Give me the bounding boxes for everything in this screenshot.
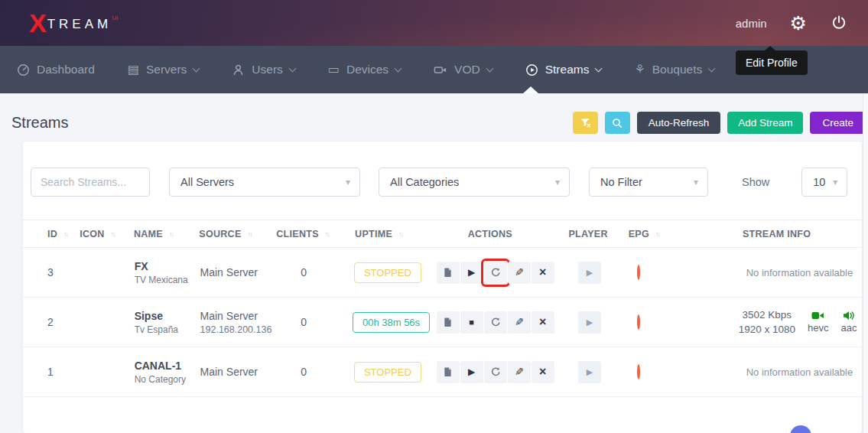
col-clients[interactable]: CLIENTS↑↓ (276, 229, 355, 239)
col-epg[interactable]: EPG↑↓ (629, 229, 678, 239)
add-stream-button[interactable]: Add Stream (727, 112, 803, 134)
nav-item-vod[interactable]: VOD (434, 63, 493, 77)
page-title: Streams (11, 114, 68, 132)
active-tab-pointer (523, 86, 538, 93)
logout-button[interactable] (830, 14, 848, 32)
sort-icon: ↑↓ (655, 230, 659, 238)
audio-codec-block: aac (840, 311, 857, 334)
chevron-down-icon (486, 64, 493, 72)
restart-button-highlighted[interactable] (484, 262, 507, 284)
caret-down-icon: ▾ (555, 177, 560, 187)
tooltip-text: Edit Profile (746, 57, 798, 69)
status-badge: STOPPED (354, 362, 421, 383)
edit-button[interactable]: ✎ (508, 311, 531, 334)
stop-button[interactable]: ■ (460, 311, 483, 334)
devices-icon: ▭ (328, 63, 340, 76)
copy-button[interactable] (437, 361, 460, 383)
chevron-down-icon (395, 64, 402, 72)
start-button[interactable]: ▶ (460, 262, 483, 284)
edit-button[interactable]: ✎ (508, 361, 531, 383)
close-icon: × (539, 315, 546, 329)
settings-button[interactable]: ⚙ (790, 12, 807, 34)
caret-down-icon: ▾ (833, 177, 837, 187)
clear-filter-button[interactable] (573, 112, 598, 134)
stop-icon: ■ (469, 317, 474, 327)
edit-icon: ✎ (515, 266, 524, 278)
copy-button[interactable] (437, 311, 460, 334)
player-play-button[interactable]: ▶ (578, 361, 601, 383)
epg-status-icon[interactable] (637, 265, 640, 280)
filter-select-value: No Filter (600, 176, 642, 188)
filter-select[interactable]: No Filter ▾ (589, 168, 708, 197)
page-size-value: 10 (813, 176, 825, 188)
nav-item-devices[interactable]: ▭ Devices (328, 63, 401, 77)
delete-button[interactable]: × (532, 311, 554, 334)
gear-icon: ⚙ (790, 12, 807, 34)
copy-icon (443, 267, 453, 278)
close-icon: × (539, 365, 546, 379)
tooltip-arrow (765, 46, 775, 50)
edit-button[interactable]: ✎ (508, 262, 531, 284)
create-button[interactable]: Create (810, 112, 866, 134)
streams-card: All Servers ▾ All Categories ▾ No Filter… (23, 142, 862, 433)
search-input[interactable] (31, 168, 150, 197)
source-server: Main Server (200, 366, 278, 378)
epg-cell (631, 366, 681, 378)
player-play-button[interactable]: ▶ (578, 262, 601, 284)
col-name[interactable]: NAME↑↓ (134, 229, 199, 239)
col-icon[interactable]: ICON↑↓ (80, 229, 134, 239)
copy-icon (443, 317, 453, 327)
uptime-badge: 00h 38m 56s (353, 312, 430, 333)
source-ip: 192.168.200.136 (200, 324, 278, 335)
stream-source-cell: Main Server (200, 366, 278, 378)
nav-item-dashboard[interactable]: Dashboard (17, 63, 95, 77)
stream-id: 2 (47, 316, 80, 328)
stream-uptime-cell: STOPPED (359, 262, 437, 283)
nav-item-streams[interactable]: Streams (525, 63, 602, 77)
stream-clients: 0 (278, 316, 359, 328)
search-button[interactable] (605, 112, 630, 134)
epg-status-icon[interactable] (637, 314, 640, 330)
auto-refresh-button[interactable]: Auto-Refresh (637, 112, 721, 134)
stream-id: 1 (47, 366, 80, 378)
caret-down-icon: ▾ (694, 177, 698, 187)
app-logo[interactable]: X TREAM UI (29, 11, 118, 34)
refresh-icon (490, 366, 501, 377)
col-uptime[interactable]: UPTIME↑↓ (355, 229, 432, 239)
stream-actions-cell: ▶ ✎ × (437, 262, 571, 284)
col-id[interactable]: ID↑↓ (47, 229, 80, 239)
delete-button[interactable]: × (532, 262, 554, 284)
video-codec-block: hevc (808, 311, 828, 334)
nav-item-users[interactable]: Users (232, 63, 294, 77)
epg-status-icon[interactable] (637, 364, 640, 379)
show-label: Show (742, 176, 769, 188)
page-size-select[interactable]: 10 ▾ (801, 168, 847, 197)
chevron-down-icon (595, 64, 603, 72)
delete-button[interactable]: × (532, 361, 554, 383)
player-cell: ▶ (571, 262, 631, 284)
start-button[interactable]: ▶ (460, 361, 483, 383)
server-select[interactable]: All Servers ▾ (169, 168, 360, 197)
username[interactable]: admin (736, 17, 767, 30)
stream-uptime-cell: STOPPED (359, 362, 437, 383)
stream-clients: 0 (278, 366, 359, 378)
nav-label: Dashboard (37, 63, 95, 77)
stream-clients: 0 (278, 266, 359, 278)
logo-text: TREAM (47, 17, 112, 32)
player-cell: ▶ (571, 311, 631, 334)
stream-actions-cell: ▶ ✎ × (437, 361, 571, 383)
player-play-button[interactable]: ▶ (578, 311, 601, 334)
restart-button[interactable] (484, 311, 507, 334)
stream-source-cell: Main Server (200, 266, 278, 278)
restart-button[interactable] (484, 361, 507, 383)
nav-item-servers[interactable]: ▤ Servers (128, 63, 200, 77)
category-select-value: All Categories (390, 176, 459, 188)
col-player: PLAYER (567, 229, 629, 239)
nav-item-bouquets[interactable]: ⚘ Bouquets (634, 63, 714, 77)
play-icon: ▶ (587, 367, 593, 377)
nav-label: Users (252, 63, 282, 77)
col-source[interactable]: SOURCE↑↓ (199, 229, 276, 239)
scrollbar[interactable] (863, 93, 868, 433)
copy-button[interactable] (437, 262, 460, 284)
category-select[interactable]: All Categories ▾ (379, 168, 570, 197)
